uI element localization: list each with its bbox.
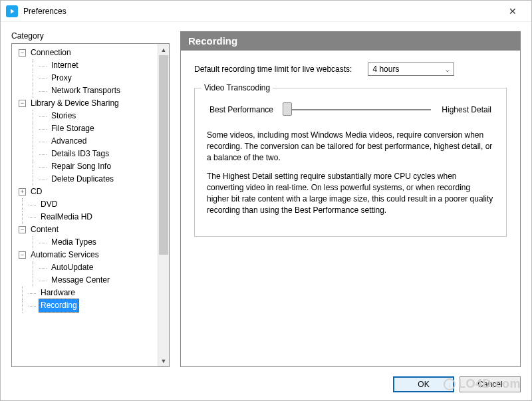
expand-icon[interactable]: + [19, 188, 26, 196]
tree-item-label: AutoUpdate [49, 261, 95, 274]
tree-item-details-id3-tags[interactable]: Details ID3 Tags [13, 148, 156, 160]
description-text: Some videos, including most Windows Medi… [207, 130, 494, 216]
category-heading: Category [11, 31, 170, 41]
tree-item-dvd[interactable]: DVD [13, 198, 156, 211]
tree-item-hardware[interactable]: Hardware [13, 287, 156, 299]
titlebar: Preferences ✕ [1, 1, 531, 22]
tree-item-repair-song-info[interactable]: Repair Song Info [13, 160, 156, 173]
tree-item-label: Advanced [49, 135, 88, 148]
collapse-icon[interactable]: − [19, 226, 26, 233]
tree-scrollbar[interactable]: ▲ ▼ [158, 44, 169, 366]
app-icon [6, 5, 18, 17]
panel-title: Recording [180, 31, 521, 51]
tree-item-recording[interactable]: Recording [13, 299, 156, 312]
scroll-thumb[interactable] [159, 55, 168, 255]
chevron-down-icon: ⌵ [446, 66, 450, 73]
tree-item-network-transports[interactable]: Network Transports [13, 84, 156, 97]
tree-item-label: Network Transports [49, 84, 122, 97]
tree-item-library-device-sharing[interactable]: −Library & Device Sharing [13, 97, 156, 110]
slider-thumb[interactable] [283, 102, 292, 116]
time-limit-value: 4 hours [372, 65, 399, 74]
description-p2: The Highest Detail setting require subst… [207, 171, 494, 215]
slider-left-label: Best Performance [209, 105, 273, 114]
scroll-up-button[interactable]: ▲ [158, 44, 169, 55]
close-button[interactable]: ✕ [499, 6, 526, 17]
tree-item-autoupdate[interactable]: AutoUpdate [13, 261, 156, 274]
video-transcoding-group: Video Transcoding Best Performance Highe… [194, 88, 507, 237]
transcoding-slider[interactable] [284, 103, 431, 116]
tree-item-automatic-services[interactable]: −Automatic Services [13, 249, 156, 261]
collapse-icon[interactable]: − [19, 100, 26, 107]
tree-item-label: Stories [49, 110, 78, 122]
ok-button[interactable]: OK [393, 376, 454, 392]
tree-item-proxy[interactable]: Proxy [13, 72, 156, 84]
tree-item-advanced[interactable]: Advanced [13, 135, 156, 148]
cancel-button[interactable]: Cancel [460, 376, 521, 392]
category-tree: −ConnectionInternetProxyNetwork Transpor… [11, 43, 170, 367]
tree-item-label: Delete Duplicates [49, 173, 116, 186]
tree-item-media-types[interactable]: Media Types [13, 236, 156, 249]
tree-item-connection[interactable]: −Connection [13, 47, 156, 59]
tree-item-label: Repair Song Info [49, 160, 113, 173]
tree-item-label: Details ID3 Tags [49, 148, 111, 160]
tree-item-label: RealMedia HD [39, 211, 94, 223]
tree-item-label: DVD [39, 198, 59, 211]
tree-item-realmedia-hd[interactable]: RealMedia HD [13, 211, 156, 223]
tree-item-label: Message Center [49, 274, 112, 287]
window-title: Preferences [23, 7, 499, 16]
tree-item-label: Hardware [39, 287, 77, 299]
tree-item-cd[interactable]: +CD [13, 186, 156, 198]
time-limit-label: Default recording time limit for live we… [194, 65, 352, 74]
slider-right-label: Highest Detail [442, 105, 491, 114]
tree-item-label: File Storage [49, 122, 96, 135]
tree-item-label: Proxy [49, 72, 74, 84]
tree-item-delete-duplicates[interactable]: Delete Duplicates [13, 173, 156, 186]
time-limit-dropdown[interactable]: 4 hours ⌵ [368, 63, 454, 76]
tree-item-file-storage[interactable]: File Storage [13, 122, 156, 135]
tree-item-stories[interactable]: Stories [13, 110, 156, 122]
tree-item-label: CD [29, 186, 44, 198]
tree-item-message-center[interactable]: Message Center [13, 274, 156, 287]
tree-item-label: Media Types [49, 236, 98, 249]
tree-item-label: Content [29, 223, 61, 236]
tree-item-label: Connection [29, 47, 73, 59]
tree-item-label: Recording [39, 299, 79, 313]
tree-item-internet[interactable]: Internet [13, 59, 156, 72]
description-p1: Some videos, including most Windows Medi… [207, 130, 494, 163]
scroll-down-button[interactable]: ▼ [158, 355, 169, 366]
collapse-icon[interactable]: − [19, 251, 26, 259]
tree-item-content[interactable]: −Content [13, 223, 156, 236]
collapse-icon[interactable]: − [19, 49, 26, 57]
tree-item-label: Library & Device Sharing [29, 97, 121, 110]
group-title: Video Transcoding [201, 83, 273, 92]
tree-item-label: Internet [49, 59, 80, 72]
tree-item-label: Automatic Services [29, 249, 101, 261]
